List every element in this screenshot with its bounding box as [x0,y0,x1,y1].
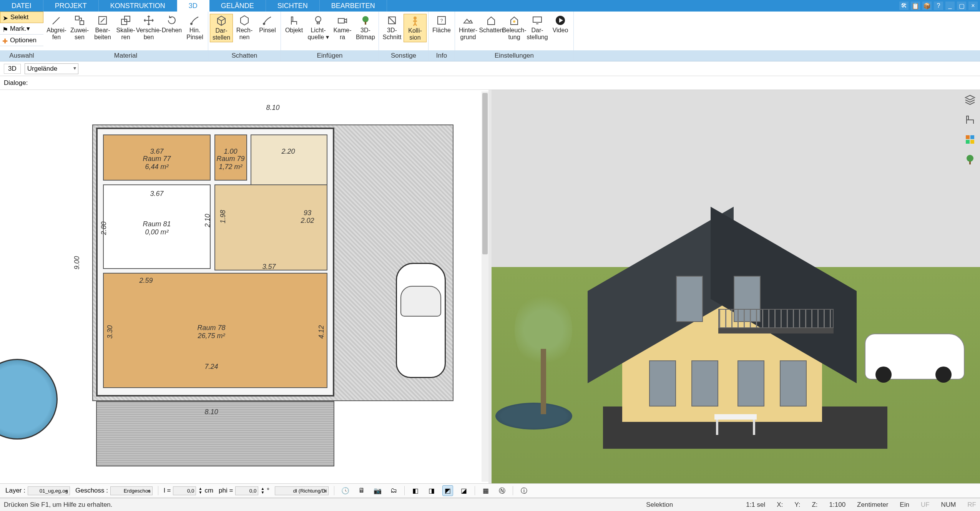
tool-hinpinsel[interactable]: Hin. Pinsel [183,14,206,41]
floor-plan: 8.10 9.00 3.67 Raum 77 6,44 m² 3.67 Raum… [92,101,453,455]
selekt-button[interactable]: ➤Selekt [0,12,43,23]
tool-beleuchtung[interactable]: Beleuch- tung [503,14,526,41]
svg-point-7 [316,17,321,22]
tab-gelaende[interactable]: GELÄNDE [209,0,266,12]
vertical-scrollbar[interactable] [482,91,488,482]
tab-sichten[interactable]: SICHTEN [266,0,320,12]
brush-back-icon [188,15,201,26]
mark-label: Mark. [10,25,27,33]
close-icon[interactable]: × [968,2,978,10]
tool-darstellen[interactable]: Dar- stellen [210,14,233,42]
tool-flaeche[interactable]: ?Fläche [430,14,453,35]
svg-rect-18 [966,135,970,139]
clipboard-icon[interactable]: 📋 [911,2,920,10]
tool-label: Hinter- grund [459,27,477,41]
dim-top: 8.10 [266,104,279,112]
view-mode-label: 3D [4,64,21,74]
tool-drehen[interactable]: Drehen [160,14,183,35]
tab-bearbeiten[interactable]: BEARBEITEN [320,0,387,12]
tool-3dschnitt[interactable]: 3D- Schnitt [380,14,404,41]
tool-darstellung[interactable]: Dar- stellung [526,14,549,41]
tool-label: 3D- Bitmap [356,27,375,41]
minimize-icon[interactable]: _ [945,2,955,10]
layer-label: Layer : [5,487,25,494]
tool-hintergrund[interactable]: Hinter- grund [457,14,480,41]
tool-lichtquelle[interactable]: Licht- quelle ▾ [306,14,331,41]
tool-3dbitmap[interactable]: 3D- Bitmap [354,14,377,41]
info-small-icon[interactable]: ⓘ [518,485,529,496]
ribbon-einstellungen-group: Hinter- grund Schatten Beleuch- tung Dar… [455,12,574,61]
north-icon[interactable]: Ⓝ [497,485,507,496]
einstellungen-group-label: Einstellungen [455,50,573,61]
tool-video[interactable]: Video [549,14,572,35]
tool-pinsel[interactable]: Pinsel [256,14,279,35]
maximize-icon[interactable]: ▢ [957,2,966,10]
dim: 2.20 [281,148,295,156]
window-buttons: 🛠 📋 📦 ? _ ▢ × [899,0,980,12]
tool-verschieben[interactable]: Verschie- ben [137,14,160,41]
tool-objekt[interactable]: Objekt [282,14,306,35]
stack-icon[interactable]: 🗂 [388,485,399,496]
mark-button[interactable]: ⚑Mark. ▾ [0,23,43,35]
tool-label: Licht- quelle ▾ [307,27,329,41]
ribbon-einfuegen-group: Objekt Licht- quelle ▾ Kame- ra 3D- Bitm… [281,12,379,61]
area-icon: ? [435,15,448,26]
layers-icon[interactable] [963,93,977,106]
svg-point-6 [263,23,265,25]
box-icon[interactable]: 📦 [922,2,932,10]
tool-rechnen[interactable]: Rech- nen [233,14,256,41]
furniture-icon[interactable] [963,113,977,126]
geschoss-combo[interactable] [110,486,153,495]
tab-3d[interactable]: 3D [177,0,209,12]
status-bar: Drücken Sie F1, um Hilfe zu erhalten. Se… [0,498,980,511]
tab-projekt[interactable]: PROJEKT [43,0,99,12]
layer-d-icon[interactable]: ◪ [458,485,469,496]
camera-small-icon[interactable]: 📷 [372,485,383,496]
status-uf: UF [921,501,930,509]
einfuegen-group-label: Einfügen [281,50,379,61]
richtung-combo[interactable] [275,486,329,495]
status-scale: 1:100 [829,501,846,509]
phi-input[interactable] [235,486,258,495]
tool-zuweisen[interactable]: Zuwei- sen [68,14,91,41]
clock-icon[interactable]: 🕓 [340,485,350,496]
tool-label: 3D- Schnitt [383,27,402,41]
tab-datei[interactable]: DATEI [0,0,43,12]
svg-point-12 [414,17,417,20]
view-3d[interactable] [492,90,980,483]
dim: 3.57 [262,263,276,271]
tool-label: Fläche [432,27,451,34]
tool-bearbeiten[interactable]: Bear- beiten [91,14,114,41]
tool-kollision[interactable]: Kolli- sion [404,14,427,42]
tool-kamera[interactable]: Kame- ra [331,14,354,41]
ribbon-material-group: Abgrei- fen Zuwei- sen Bear- beiten Skal… [43,12,208,61]
tool-skalieren[interactable]: Skalie- ren [114,14,137,41]
tool-schatten[interactable]: Schatten [480,14,503,35]
dim: 3.67 [150,148,163,156]
house-3d [599,207,845,422]
layer-combo[interactable] [28,486,70,495]
cube-calc-icon [238,15,251,26]
grid-icon[interactable]: ▦ [480,485,491,496]
tool-abgreifen[interactable]: Abgrei- fen [45,14,68,41]
plan-2d-view[interactable]: 8.10 9.00 3.67 Raum 77 6,44 m² 3.67 Raum… [0,90,492,483]
monitor-icon[interactable]: 🖥 [356,485,367,496]
tool-label: Verschie- ben [136,27,162,41]
materials-icon[interactable] [963,133,977,146]
plants-icon[interactable] [963,153,977,166]
layer-c-icon[interactable]: ◩ [442,485,453,496]
status-ein: Ein [900,501,909,509]
tool-label: Objekt [285,27,303,34]
optionen-button[interactable]: ✚Optionen [0,35,43,46]
layer-a-icon[interactable]: ◧ [410,485,421,496]
dim: 3.30 [106,325,114,338]
l-input[interactable] [173,486,196,495]
car-3d [865,333,965,380]
gelaende-combo[interactable] [25,63,78,74]
layer-b-icon[interactable]: ◨ [426,485,437,496]
pond-2d [0,359,58,440]
tool-label: Hin. Pinsel [186,27,203,41]
tab-konstruktion[interactable]: KONSTRUKTION [99,0,177,12]
help-icon[interactable]: ? [934,2,943,10]
tool-icon[interactable]: 🛠 [899,2,909,10]
